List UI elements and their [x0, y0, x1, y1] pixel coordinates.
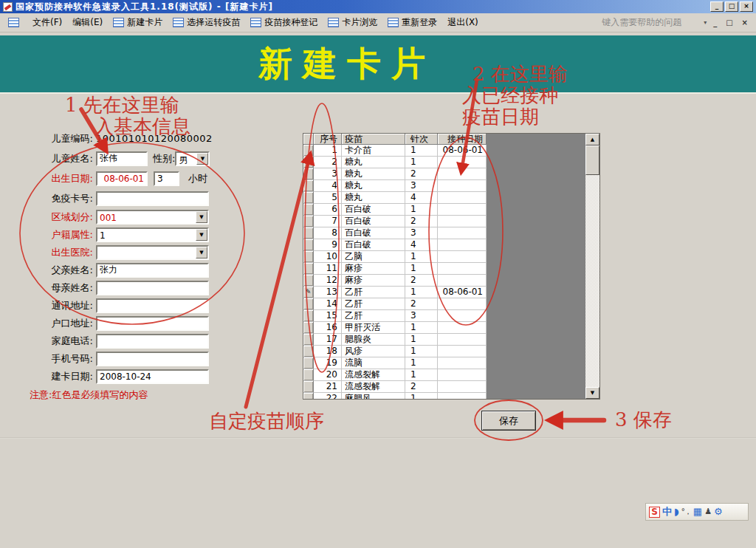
chevron-down-icon[interactable]: ▾: [704, 19, 707, 26]
settings-wrench-icon[interactable]: ⚙: [714, 507, 723, 517]
menu-item[interactable]: 重新登录: [382, 15, 442, 30]
chevron-down-icon[interactable]: ▼: [196, 211, 207, 223]
table-row[interactable]: 1 卡介苗 1 08-06-01: [303, 145, 487, 157]
cell-date[interactable]: [438, 168, 487, 180]
home-address-input[interactable]: [96, 316, 209, 331]
table-row[interactable]: 8 百白破 3: [303, 227, 487, 239]
table-row[interactable]: 20 流感裂解 1: [303, 369, 487, 381]
card-date-input[interactable]: [96, 369, 209, 384]
row-selector[interactable]: [303, 310, 314, 322]
chevron-down-icon[interactable]: ▼: [196, 247, 207, 258]
cell-date[interactable]: [438, 204, 487, 216]
row-selector[interactable]: [303, 263, 314, 275]
table-row[interactable]: 4 糖丸 3: [303, 180, 487, 192]
row-selector[interactable]: [303, 251, 314, 263]
table-row[interactable]: 22 麻腮风 1: [303, 393, 487, 399]
table-row[interactable]: 17 腮腺炎 1: [303, 334, 487, 346]
mobile-input[interactable]: [96, 352, 209, 366]
row-selector[interactable]: [303, 204, 314, 216]
punctuation-icon[interactable]: °，: [681, 507, 691, 517]
father-name-input[interactable]: [96, 263, 209, 278]
chinese-mode-icon[interactable]: 中: [662, 507, 672, 517]
row-selector[interactable]: [303, 192, 314, 204]
table-row[interactable]: 9 百白破 4: [303, 239, 487, 251]
cell-date[interactable]: 08-06-01: [438, 287, 487, 298]
table-row[interactable]: 6 百白破 1: [303, 204, 487, 216]
menu-item[interactable]: 文件(F): [27, 15, 67, 30]
row-selector[interactable]: [303, 298, 314, 310]
save-button[interactable]: 保存: [481, 411, 536, 431]
minimize-button[interactable]: _: [710, 1, 724, 12]
cell-date[interactable]: [438, 275, 487, 287]
cell-date[interactable]: [438, 216, 487, 227]
birth-date-input[interactable]: [96, 171, 148, 186]
scroll-down-icon[interactable]: ▼: [585, 387, 599, 399]
menu-item[interactable]: [3, 16, 27, 29]
birth-hour-input[interactable]: [154, 171, 179, 186]
menu-item[interactable]: 编辑(E): [67, 15, 108, 30]
scroll-thumb[interactable]: [585, 145, 599, 175]
cell-date[interactable]: 08-06-01: [438, 145, 487, 157]
chevron-down-icon[interactable]: ▼: [196, 229, 207, 241]
gender-select[interactable]: 男 ▼: [175, 151, 210, 166]
home-phone-input[interactable]: [96, 334, 209, 349]
hospital-select[interactable]: ▼: [96, 245, 209, 260]
cell-date[interactable]: [438, 180, 487, 192]
menu-item[interactable]: 选择运转疫苗: [168, 15, 245, 30]
menu-item[interactable]: 退出(X): [442, 15, 484, 30]
row-selector[interactable]: [303, 145, 314, 157]
table-row[interactable]: 18 风疹 1: [303, 346, 487, 357]
row-selector[interactable]: [303, 393, 314, 399]
row-selector[interactable]: [303, 239, 314, 251]
cell-date[interactable]: [438, 227, 487, 239]
chevron-down-icon[interactable]: ▼: [196, 153, 208, 165]
cell-date[interactable]: [438, 298, 487, 310]
cell-date[interactable]: [438, 369, 487, 381]
table-row[interactable]: 3 糖丸 2: [303, 168, 487, 180]
close-button[interactable]: ×: [740, 1, 753, 12]
table-row[interactable]: 12 麻疹 2: [303, 275, 487, 287]
sogou-icon[interactable]: S: [649, 507, 660, 518]
child-name-input[interactable]: [96, 151, 148, 166]
cell-date[interactable]: [438, 192, 487, 204]
cell-date[interactable]: [438, 381, 487, 393]
halfwidth-moon-icon[interactable]: ◗: [674, 507, 679, 517]
region-select[interactable]: 001 ▼: [96, 210, 209, 225]
soft-keyboard-icon[interactable]: ▦: [693, 507, 702, 517]
row-selector[interactable]: [303, 180, 314, 192]
immune-card-input[interactable]: [96, 191, 209, 206]
row-selector[interactable]: [303, 157, 314, 168]
cell-date[interactable]: [438, 310, 487, 322]
household-select[interactable]: 1 ▼: [96, 227, 209, 242]
vertical-scrollbar[interactable]: ▲ ▼: [585, 134, 599, 399]
menu-item[interactable]: 疫苗接种登记: [245, 15, 323, 30]
cell-date[interactable]: [438, 357, 487, 369]
table-row[interactable]: 10 乙脑 1: [303, 251, 487, 263]
row-selector[interactable]: [303, 275, 314, 287]
table-row[interactable]: 5 糖丸 4: [303, 192, 487, 204]
table-row[interactable]: 2 糖丸 1: [303, 157, 487, 168]
mother-name-input[interactable]: [96, 281, 209, 295]
cell-date[interactable]: [438, 239, 487, 251]
cell-date[interactable]: [438, 334, 487, 346]
row-selector[interactable]: ✎: [303, 287, 314, 298]
table-row[interactable]: 7 百白破 2: [303, 216, 487, 227]
row-selector[interactable]: [303, 334, 314, 346]
cell-date[interactable]: [438, 263, 487, 275]
mdi-close-button[interactable]: ×: [740, 18, 750, 27]
row-selector[interactable]: [303, 346, 314, 357]
table-row[interactable]: 11 麻疹 1: [303, 263, 487, 275]
mdi-minimize-button[interactable]: _: [711, 18, 719, 27]
table-row[interactable]: 19 流脑 1: [303, 357, 487, 369]
table-row[interactable]: 16 甲肝灭活 1: [303, 322, 487, 334]
row-selector[interactable]: [303, 381, 314, 393]
scroll-up-icon[interactable]: ▲: [585, 134, 599, 145]
cell-date[interactable]: [438, 393, 487, 399]
table-row[interactable]: 15 乙肝 3: [303, 310, 487, 322]
table-row[interactable]: 14 乙肝 2: [303, 298, 487, 310]
restore-button[interactable]: □: [725, 1, 738, 12]
cell-date[interactable]: [438, 346, 487, 357]
mdi-restore-button[interactable]: □: [724, 18, 735, 27]
cell-date[interactable]: [438, 322, 487, 334]
row-selector[interactable]: [303, 357, 314, 369]
